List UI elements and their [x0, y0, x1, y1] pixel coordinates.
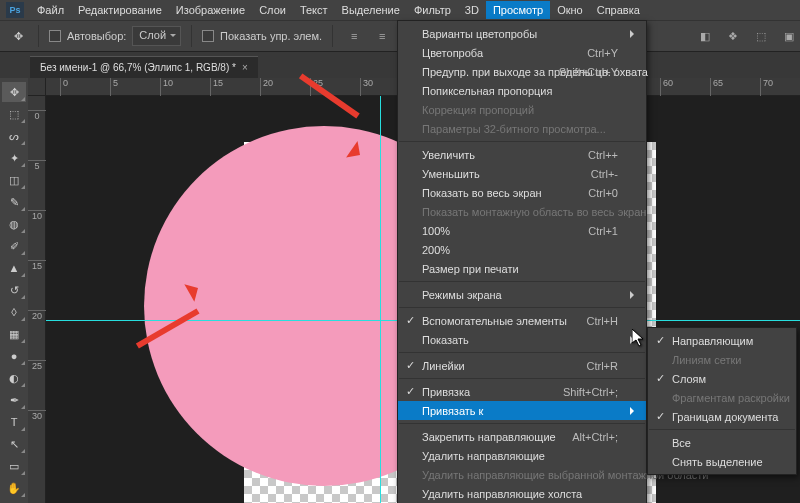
app-logo: Ps [6, 2, 24, 18]
tool-brush[interactable]: ✐ [2, 236, 26, 256]
menu-item[interactable]: Варианты цветопробы [398, 24, 646, 43]
tool-dodge[interactable]: ◐ [2, 368, 26, 388]
menu-item[interactable]: Все [648, 433, 796, 452]
menu-item[interactable]: 100%Ctrl+1 [398, 221, 646, 240]
menu-text[interactable]: Текст [293, 1, 335, 19]
menu-item[interactable]: Размер при печати [398, 259, 646, 278]
submenu-arrow-icon [630, 336, 638, 344]
menu-item-label: Привязка [422, 386, 470, 398]
tool-hand[interactable]: ✋ [2, 478, 26, 498]
tool-gradient[interactable]: ▦ [2, 324, 26, 344]
menu-item-label: Варианты цветопробы [422, 28, 537, 40]
move-tool-icon[interactable]: ✥ [8, 26, 28, 46]
menu-image[interactable]: Изображение [169, 1, 252, 19]
ruler-tick: 65 [710, 78, 723, 96]
shortcut-label: Ctrl++ [588, 149, 618, 161]
menubar: Ps Файл Редактирование Изображение Слои … [0, 0, 800, 20]
menu-item-label: Фрагментам раскройки [672, 392, 790, 404]
shortcut-label: Ctrl+1 [588, 225, 618, 237]
tool-eraser[interactable]: ◊ [2, 302, 26, 322]
menu-item[interactable]: Снять выделение [648, 452, 796, 471]
align-icon[interactable]: ≡ [343, 25, 365, 47]
menu-item: Удалить направляющие выбранной монтажной… [398, 465, 646, 484]
show-controls-checkbox[interactable] [202, 30, 214, 42]
menu-item[interactable]: Привязать к [398, 401, 646, 420]
menu-item[interactable]: ✓ПривязкаShift+Ctrl+; [398, 382, 646, 401]
menu-item[interactable]: Показать во весь экранCtrl+0 [398, 183, 646, 202]
menu-filter[interactable]: Фильтр [407, 1, 458, 19]
3d-icon[interactable]: ❖ [722, 25, 744, 47]
menu-file[interactable]: Файл [30, 1, 71, 19]
ruler-tick: 30 [360, 78, 373, 96]
tool-blur[interactable]: ● [2, 346, 26, 366]
menu-layers[interactable]: Слои [252, 1, 293, 19]
menu-item[interactable]: 200% [398, 240, 646, 259]
ruler-tick: 60 [660, 78, 673, 96]
guide-vertical[interactable] [380, 96, 381, 503]
menu-3d[interactable]: 3D [458, 1, 486, 19]
check-icon: ✓ [656, 372, 665, 385]
menu-item[interactable]: ✓Слоям [648, 369, 796, 388]
tool-history[interactable]: ↺ [2, 280, 26, 300]
document-tab[interactable]: Без имени-1 @ 66,7% (Эллипс 1, RGB/8) * … [30, 56, 258, 78]
menu-item[interactable]: ✓Направляющим [648, 331, 796, 350]
menu-view[interactable]: Просмотр [486, 1, 550, 19]
3d-icon[interactable]: ⬚ [750, 25, 772, 47]
menu-window[interactable]: Окно [550, 1, 590, 19]
tool-text[interactable]: T [2, 412, 26, 432]
menu-item[interactable]: Попиксельная пропорция [398, 81, 646, 100]
menu-item[interactable]: Режимы экрана [398, 285, 646, 304]
menu-item: Коррекция пропорций [398, 100, 646, 119]
menu-item-label: Цветопроба [422, 47, 483, 59]
tool-marquee[interactable]: ⬚ [2, 104, 26, 124]
menu-item[interactable]: ЦветопробаCtrl+Y [398, 43, 646, 62]
menu-item[interactable]: ✓Границам документа [648, 407, 796, 426]
ruler-tick: 25 [310, 78, 323, 96]
menu-item[interactable]: Показать [398, 330, 646, 349]
menu-item[interactable]: Удалить направляющие холста [398, 484, 646, 503]
menu-item[interactable]: ✓ЛинейкиCtrl+R [398, 356, 646, 375]
menu-item[interactable]: Закрепить направляющиеAlt+Ctrl+; [398, 427, 646, 446]
ruler-tick: 20 [28, 310, 46, 321]
tool-shape[interactable]: ▭ [2, 456, 26, 476]
ruler-tick: 10 [160, 78, 173, 96]
tool-move[interactable]: ✥ [2, 82, 26, 102]
shortcut-label: Ctrl+- [591, 168, 618, 180]
menu-item-label: Размер при печати [422, 263, 519, 275]
tool-crop[interactable]: ◫ [2, 170, 26, 190]
shortcut-label: Shift+Ctrl+; [563, 386, 618, 398]
layer-dropdown[interactable]: Слой [132, 26, 181, 46]
close-tab-icon[interactable]: × [242, 62, 248, 73]
menu-item[interactable]: ✓Вспомогательные элементыCtrl+H [398, 311, 646, 330]
check-icon: ✓ [406, 314, 415, 327]
tool-stamp[interactable]: ▲ [2, 258, 26, 278]
menu-item-label: Границам документа [672, 411, 778, 423]
autoselect-checkbox[interactable] [49, 30, 61, 42]
menu-item[interactable]: УвеличитьCtrl++ [398, 145, 646, 164]
menu-item-label: Попиксельная пропорция [422, 85, 552, 97]
tool-eyedropper[interactable]: ✎ [2, 192, 26, 212]
menu-item[interactable]: Удалить направляющие [398, 446, 646, 465]
ruler-vertical[interactable]: 0 5 10 15 20 25 30 [28, 96, 46, 503]
tool-wand[interactable]: ✦ [2, 148, 26, 168]
autoselect-label: Автовыбор: [67, 30, 126, 42]
align-icon[interactable]: ≡ [371, 25, 393, 47]
menu-item[interactable]: УменьшитьCtrl+- [398, 164, 646, 183]
tool-pen[interactable]: ✒ [2, 390, 26, 410]
menu-item[interactable]: Предупр. при выходе за пределы цв. охват… [398, 62, 646, 81]
tool-heal[interactable]: ◍ [2, 214, 26, 234]
menu-item-label: 200% [422, 244, 450, 256]
menu-item-label: Коррекция пропорций [422, 104, 534, 116]
menu-item-label: Слоям [672, 373, 706, 385]
tool-path[interactable]: ↖ [2, 434, 26, 454]
menu-edit[interactable]: Редактирование [71, 1, 169, 19]
menu-select[interactable]: Выделение [335, 1, 407, 19]
menu-item: Параметры 32-битного просмотра... [398, 119, 646, 138]
camera-icon[interactable]: ▣ [778, 25, 800, 47]
tool-lasso[interactable]: ᔕ [2, 126, 26, 146]
menu-item: Показать монтажную область во весь экран [398, 202, 646, 221]
mode-icon[interactable]: ◧ [694, 25, 716, 47]
menu-help[interactable]: Справка [590, 1, 647, 19]
menu-item: Линиям сетки [648, 350, 796, 369]
ruler-tick: 5 [28, 160, 46, 171]
